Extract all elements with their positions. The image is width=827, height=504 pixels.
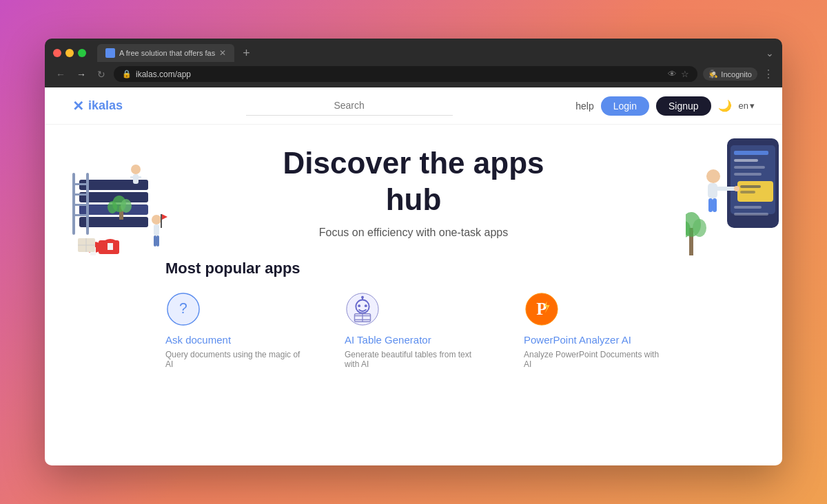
svg-text:P: P	[536, 299, 547, 317]
svg-rect-3	[79, 217, 148, 227]
svg-rect-22	[108, 243, 113, 250]
incognito-label: Incognito	[721, 70, 752, 78]
svg-rect-35	[734, 159, 758, 162]
traffic-lights	[53, 49, 86, 57]
svg-point-60	[365, 304, 367, 307]
ai-table-generator-icon	[345, 292, 380, 326]
app-card-ask-document[interactable]: ? Ask document Query documents using the…	[165, 291, 303, 369]
most-popular-section: Most popular apps ? Ask document Query	[110, 260, 717, 369]
back-button[interactable]: ←	[53, 67, 68, 81]
app-card-powerpoint[interactable]: P PowerPoint Analyzer AI Analyze PowerPo…	[524, 291, 662, 369]
ask-document-icon-wrapper: ?	[165, 291, 201, 327]
incognito-button[interactable]: 🕵 Incognito	[703, 67, 757, 81]
tab-favicon	[105, 48, 115, 58]
app-name-ask-document: Ask document	[165, 334, 303, 346]
eye-slash-icon[interactable]: 👁	[668, 69, 677, 79]
hero-title-line1: Discover the apps	[283, 146, 544, 180]
svg-point-12	[121, 199, 132, 213]
svg-rect-39	[740, 185, 761, 188]
svg-rect-37	[734, 173, 762, 176]
svg-rect-33	[731, 145, 775, 214]
svg-rect-42	[734, 213, 768, 216]
close-traffic-light[interactable]	[53, 49, 61, 57]
app-name-powerpoint: PowerPoint Analyzer AI	[524, 334, 662, 346]
svg-rect-28	[154, 235, 156, 246]
svg-point-26	[152, 215, 161, 224]
header-actions: help Login Signup 🌙 en ▾	[575, 96, 755, 116]
browser-window: A free solution that offers fas ✕ + ⌄ ← …	[45, 39, 782, 465]
svg-point-14	[131, 165, 141, 174]
url-text: ikalas.com/app	[136, 70, 191, 79]
illustration-right	[686, 132, 782, 276]
svg-rect-6	[72, 183, 89, 185]
logo-text: ikalas	[88, 98, 123, 113]
svg-rect-47	[708, 198, 713, 212]
svg-point-62	[361, 295, 364, 298]
url-bar[interactable]: 🔒 ikalas.com/app 👁 ☆	[114, 66, 697, 82]
svg-rect-48	[713, 198, 717, 212]
svg-rect-9	[72, 214, 89, 216]
lang-label: en	[739, 101, 748, 111]
signup-button[interactable]: Signup	[656, 96, 711, 116]
svg-point-13	[108, 201, 117, 213]
active-tab[interactable]: A free solution that offers fas ✕	[97, 44, 234, 62]
maximize-traffic-light[interactable]	[78, 49, 86, 57]
tab-close-button[interactable]: ✕	[219, 48, 226, 58]
svg-point-59	[358, 304, 360, 307]
svg-point-46	[734, 186, 739, 191]
minimize-traffic-light[interactable]	[65, 49, 74, 57]
login-button[interactable]: Login	[601, 96, 649, 116]
svg-rect-29	[156, 235, 159, 246]
svg-rect-45	[716, 187, 737, 191]
chevron-down-icon: ▾	[750, 101, 755, 111]
forward-button[interactable]: →	[74, 67, 89, 81]
illustration-left	[59, 132, 169, 269]
svg-rect-17	[137, 176, 141, 178]
search-input[interactable]	[246, 96, 453, 116]
svg-rect-7	[72, 193, 89, 196]
section-title: Most popular apps	[165, 260, 662, 277]
hero-title-line2: hub	[386, 182, 442, 216]
svg-point-51	[693, 219, 706, 237]
incognito-icon: 🕵	[708, 70, 718, 78]
logo[interactable]: ✕ ikalas	[72, 98, 123, 114]
hero-section: Discover the apps hub Focus on efficienc…	[45, 125, 782, 465]
svg-rect-40	[740, 191, 755, 193]
svg-text:?: ?	[179, 300, 187, 315]
powerpoint-icon-wrapper: P	[524, 291, 560, 327]
url-actions: 👁 ☆	[668, 69, 689, 79]
svg-marker-31	[162, 214, 167, 220]
svg-rect-36	[734, 166, 765, 169]
svg-rect-34	[734, 151, 768, 155]
browser-menu-button[interactable]: ⋮	[763, 67, 774, 81]
apps-grid: ? Ask document Query documents using the…	[165, 291, 662, 369]
browser-chrome: A free solution that offers fas ✕ + ⌄ ← …	[45, 39, 782, 87]
ai-table-icon-wrapper	[345, 291, 380, 327]
svg-rect-41	[734, 206, 762, 209]
powerpoint-analyzer-icon: P	[524, 292, 559, 326]
reload-button[interactable]: ↻	[94, 67, 108, 81]
hero-subtitle: Focus on efficiency with one-task apps	[319, 227, 509, 239]
address-bar: ← → ↻ 🔒 ikalas.com/app 👁 ☆ 🕵 Incognito ⋮	[45, 62, 782, 87]
new-tab-button[interactable]: +	[240, 46, 253, 61]
theme-toggle-button[interactable]: 🌙	[718, 99, 732, 112]
tab-title: A free solution that offers fas	[119, 49, 215, 57]
app-desc-ask-document: Query documents using the magic of AI	[165, 350, 303, 369]
logo-icon: ✕	[72, 98, 84, 114]
help-link[interactable]: help	[575, 101, 593, 112]
svg-rect-8	[72, 204, 89, 206]
svg-rect-30	[161, 214, 162, 228]
app-desc-ai-table: Generate beautiful tables from text with…	[345, 350, 482, 369]
language-selector[interactable]: en ▾	[739, 101, 755, 111]
app-card-ai-table[interactable]: AI Table Generator Generate beautiful ta…	[345, 291, 482, 369]
tab-expand-icon[interactable]: ⌄	[766, 48, 774, 59]
svg-rect-16	[130, 176, 134, 178]
star-icon[interactable]: ☆	[681, 69, 689, 79]
site-header: ✕ ikalas help Login Signup 🌙 en ▾	[45, 87, 782, 125]
hero-title: Discover the apps hub	[283, 145, 544, 218]
svg-rect-44	[708, 183, 717, 198]
page-content: ✕ ikalas help Login Signup 🌙 en ▾	[45, 87, 782, 465]
lock-icon: 🔒	[122, 70, 132, 78]
svg-rect-15	[133, 174, 139, 184]
svg-point-43	[706, 169, 720, 183]
